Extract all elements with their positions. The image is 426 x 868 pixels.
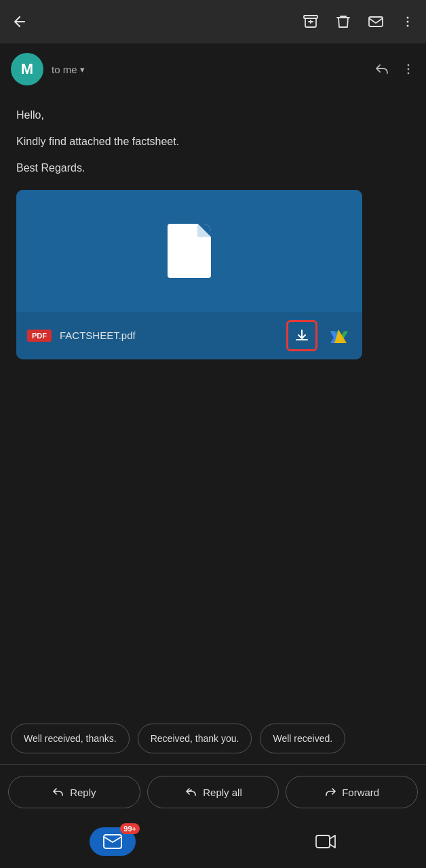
email-closing: Best Regards. [16,159,410,177]
reply-all-button-label: Reply all [203,787,242,798]
pdf-badge: PDF [27,330,52,342]
quick-reply-2[interactable]: Received, thank you. [138,724,252,753]
email-content: Kindly find attached the factsheet. [16,132,410,151]
email-header: M to me ▾ [0,43,426,92]
attachment-preview [16,190,362,312]
attachment-footer: PDF FACTSHEET.pdf [16,312,362,359]
quick-replies-section: Well received, thanks. Received, thank y… [0,710,426,764]
compose-fab[interactable]: 99+ [90,827,136,856]
attachment-card[interactable]: PDF FACTSHEET.pdf [16,190,362,359]
more-vert-icon[interactable] [400,14,415,29]
svg-rect-1 [369,17,383,26]
svg-point-3 [407,21,409,23]
email-more-icon[interactable] [402,62,415,76]
expand-recipients-icon[interactable]: ▾ [80,64,85,75]
email-greeting: Hello, [16,106,410,124]
svg-point-6 [408,68,410,71]
delete-icon[interactable] [335,14,351,30]
svg-point-2 [407,17,409,19]
forward-button-label: Forward [342,787,379,798]
reply-all-button[interactable]: Reply all [147,776,279,808]
bottom-nav: 99+ [0,819,426,868]
reply-button[interactable]: Reply [8,776,140,808]
svg-point-5 [408,64,410,66]
svg-point-7 [408,73,410,75]
file-icon [168,224,211,278]
unread-badge: 99+ [120,823,140,834]
google-drive-icon[interactable] [326,323,351,349]
svg-rect-12 [316,835,330,848]
download-button[interactable] [286,320,317,351]
reply-icon[interactable] [374,62,389,77]
video-button[interactable] [315,832,336,851]
quick-reply-1[interactable]: Well received, thanks. [11,724,130,753]
svg-rect-0 [304,16,317,18]
top-bar [0,0,426,43]
attachment-filename: FACTSHEET.pdf [60,330,278,341]
action-buttons: Reply Reply all Forward [0,765,426,819]
email-body: Hello, Kindly find attached the factshee… [0,92,426,710]
quick-reply-3[interactable]: Well received. [260,724,345,753]
to-me-label[interactable]: to me ▾ [52,64,85,75]
back-button[interactable] [11,13,28,31]
forward-button[interactable]: Forward [286,776,418,808]
avatar: M [11,53,43,85]
mark-unread-icon[interactable] [368,14,384,30]
reply-button-label: Reply [70,787,96,798]
svg-point-4 [407,25,409,27]
archive-icon[interactable] [303,14,319,30]
